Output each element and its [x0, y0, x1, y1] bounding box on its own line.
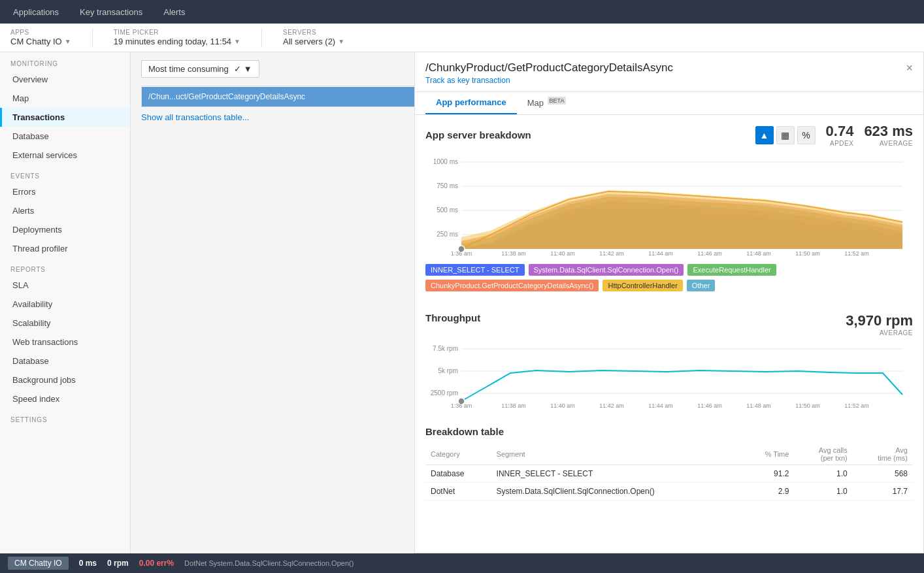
chart-bar-icon[interactable]: ▦	[776, 126, 795, 144]
svg-text:11:40 am: 11:40 am	[550, 250, 575, 257]
legend-item-3[interactable]: ChunkyProduct.GetProductCategoryDetailsA…	[425, 280, 599, 291]
detail-header: /ChunkyProduct/GetProductCategoryDetails…	[415, 52, 923, 92]
monitoring-label: MONITORING	[0, 52, 130, 70]
time-picker-chevron-icon: ▼	[234, 38, 240, 45]
svg-text:1:36 am: 1:36 am	[451, 402, 472, 409]
col-pct-time: % Time	[743, 444, 795, 465]
svg-text:7.5k rpm: 7.5k rpm	[433, 345, 458, 352]
tab-map[interactable]: Map BETA	[517, 92, 577, 114]
legend-item-0[interactable]: INNER_SELECT - SELECT	[425, 264, 525, 276]
sidebar-item-db[interactable]: Database	[0, 352, 130, 370]
throughput-section: Throughput 3,970 rpm AVERAGE 7.5k rpm 5k…	[415, 304, 923, 421]
table-row-1: DotNet System.Data.SqlClient.SqlConnecti…	[425, 483, 913, 500]
svg-text:11:50 am: 11:50 am	[795, 250, 820, 257]
servers-value[interactable]: All servers (2) ▼	[283, 37, 344, 46]
throughput-chart-svg: 7.5k rpm 5k rpm 2500 rpm 1:36 am	[425, 339, 909, 411]
sidebar-item-database[interactable]: Database	[0, 127, 130, 146]
sidebar-item-overview[interactable]: Overview	[0, 70, 130, 89]
table-row-0: Database INNER_SELECT - SELECT 91.2 1.0 …	[425, 465, 913, 483]
cell-segment-1: System.Data.SqlClient.SqlConnection.Open…	[491, 483, 743, 500]
svg-text:11:40 am: 11:40 am	[550, 402, 575, 409]
col-segment: Segment	[491, 444, 743, 465]
cell-segment-0: INNER_SELECT - SELECT	[491, 465, 743, 483]
svg-text:11:38 am: 11:38 am	[501, 250, 526, 257]
apdex-label: APDEX	[826, 140, 854, 147]
filter-chevron-icon: ▼	[244, 64, 252, 74]
nav-key-transactions[interactable]: Key transactions	[77, 2, 145, 22]
chart-percent-icon[interactable]: %	[797, 126, 816, 144]
sidebar-item-availability[interactable]: Availability	[0, 295, 130, 314]
sidebar-item-errors[interactable]: Errors	[0, 182, 130, 201]
show-all-link[interactable]: Show all transactions table...	[141, 110, 249, 125]
servers-chevron-icon: ▼	[338, 38, 344, 45]
cell-time-0: 568	[853, 465, 913, 483]
detail-header-left: /ChunkyProduct/GetProductCategoryDetails…	[425, 61, 673, 85]
svg-text:500 ms: 500 ms	[437, 206, 458, 214]
area-chart-svg: 1000 ms 750 ms 500 ms 250 ms	[425, 152, 909, 257]
nav-applications[interactable]: Applications	[10, 2, 61, 22]
average-label: AVERAGE	[864, 140, 913, 147]
main-layout: MONITORING Overview Map Transactions Dat…	[0, 52, 924, 553]
servers-section: SERVERS All servers (2) ▼	[283, 29, 344, 46]
cell-time-1: 17.7	[853, 483, 913, 500]
detail-title: /ChunkyProduct/GetProductCategoryDetails…	[425, 61, 673, 74]
legend-item-5[interactable]: Other	[687, 280, 716, 291]
svg-text:11:46 am: 11:46 am	[697, 402, 722, 409]
legend-item-2[interactable]: ExecuteRequestHandler	[687, 264, 776, 276]
sidebar-item-thread-profiler[interactable]: Thread profiler	[0, 239, 130, 258]
cell-category-0: Database	[425, 465, 491, 483]
track-key-transaction-link[interactable]: Track as key transaction	[425, 76, 673, 85]
cell-calls-1: 1.0	[794, 483, 852, 500]
svg-text:11:42 am: 11:42 am	[599, 402, 624, 409]
col-category: Category	[425, 444, 491, 465]
detail-close-button[interactable]: ×	[906, 61, 913, 75]
chart-icon-group: ▲ ▦ %	[755, 126, 816, 144]
sidebar-item-external-services[interactable]: External services	[0, 146, 130, 165]
svg-text:250 ms: 250 ms	[437, 231, 458, 238]
average-stat: 623 ms AVERAGE	[864, 123, 913, 147]
svg-text:11:48 am: 11:48 am	[746, 250, 771, 257]
svg-marker-12	[461, 190, 902, 249]
svg-text:11:52 am: 11:52 am	[844, 402, 869, 409]
svg-text:1:36 am: 1:36 am	[451, 250, 472, 257]
cell-category-1: DotNet	[425, 483, 491, 500]
chart-area-icon[interactable]: ▲	[755, 126, 774, 144]
chart-header: App server breakdown ▲ ▦ % 0.74 APDEX	[425, 123, 913, 147]
time-picker-value[interactable]: 19 minutes ending today, 11:54 ▼	[114, 37, 240, 46]
apps-chevron-icon: ▼	[65, 38, 71, 45]
divider-2	[261, 29, 262, 47]
breakdown-section: Breakdown table Category Segment % Time …	[415, 421, 923, 506]
top-nav: Applications Key transactions Alerts	[0, 0, 924, 24]
svg-text:11:52 am: 11:52 am	[844, 250, 869, 257]
throughput-value: 3,970 rpm	[846, 312, 913, 329]
chart-stats: 0.74 APDEX 623 ms AVERAGE	[826, 123, 913, 147]
sidebar-item-speed-index[interactable]: Speed index	[0, 389, 130, 408]
legend-item-1[interactable]: System.Data.SqlClient.SqlConnection.Open…	[529, 264, 684, 276]
svg-text:11:50 am: 11:50 am	[795, 402, 820, 409]
throughput-label: AVERAGE	[846, 329, 913, 336]
settings-label: SETTINGS	[0, 408, 130, 426]
filter-select[interactable]: Most time consuming ✓ ▼	[141, 60, 259, 78]
sidebar-item-transactions[interactable]: Transactions	[0, 108, 130, 127]
sidebar-item-scalability[interactable]: Scalability	[0, 314, 130, 333]
sidebar-item-alerts[interactable]: Alerts	[0, 201, 130, 220]
sidebar-item-background-jobs[interactable]: Background jobs	[0, 370, 130, 389]
sidebar-item-map[interactable]: Map	[0, 89, 130, 108]
apps-value[interactable]: CM Chatty IO ▼	[10, 37, 71, 46]
throughput-title: Throughput	[425, 312, 480, 323]
average-value: 623 ms	[864, 123, 913, 140]
chart-title: App server breakdown	[425, 129, 531, 140]
sidebar-item-sla[interactable]: SLA	[0, 276, 130, 295]
svg-text:11:38 am: 11:38 am	[501, 402, 526, 409]
col-avg-calls: Avg calls(per txn)	[794, 444, 852, 465]
nav-alerts[interactable]: Alerts	[161, 2, 188, 22]
throughput-chart-container: 7.5k rpm 5k rpm 2500 rpm 1:36 am	[425, 339, 913, 413]
chart-legend: INNER_SELECT - SELECT System.Data.SqlCli…	[425, 264, 913, 291]
filter-checkmark-icon: ✓	[234, 64, 241, 74]
tab-app-performance[interactable]: App performance	[425, 92, 517, 114]
time-picker-label: TIME PICKER	[114, 29, 240, 36]
sidebar-item-deployments[interactable]: Deployments	[0, 220, 130, 239]
area-chart-container: 1000 ms 750 ms 500 ms 250 ms	[425, 152, 913, 259]
legend-item-4[interactable]: HttpControllerHandler	[602, 280, 682, 291]
sidebar-item-web-transactions[interactable]: Web transactions	[0, 333, 130, 352]
